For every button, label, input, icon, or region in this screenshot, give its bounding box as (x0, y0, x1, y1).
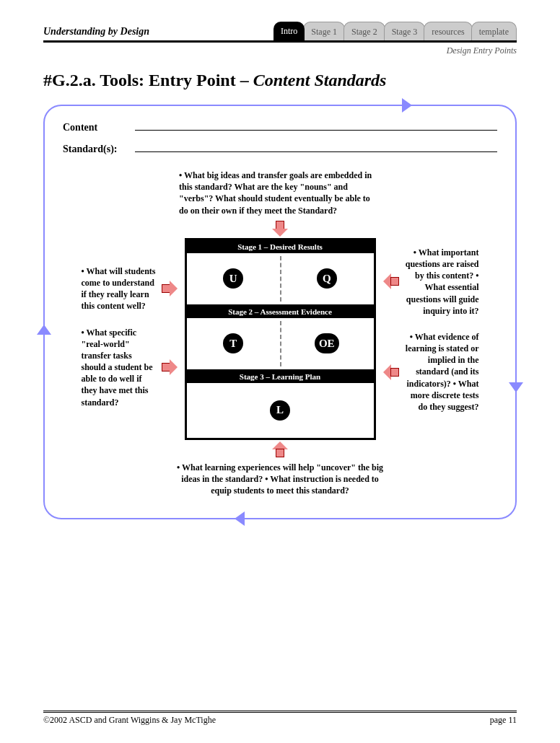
circle-q: Q (317, 268, 337, 289)
circle-u: U (223, 268, 243, 289)
page-number: page 11 (490, 715, 517, 726)
question-q: • What important questions are raised by… (402, 247, 479, 317)
arrow-right-icon (162, 281, 179, 296)
tab-template[interactable]: template (471, 22, 517, 40)
stage1-header: Stage 1 – Desired Results (187, 240, 374, 253)
content-input[interactable] (135, 120, 497, 131)
copyright: ©2002 ASCD and Grant Wiggins & Jay McTig… (43, 715, 216, 726)
content-field: Content (63, 120, 497, 133)
stage2-header: Stage 2 – Assessment Evidence (187, 305, 374, 318)
tab-resources[interactable]: resources (424, 22, 472, 40)
question-u: • What will students come to understand … (82, 265, 159, 312)
circle-t: T (223, 333, 243, 353)
tab-stage1[interactable]: Stage 1 (303, 22, 345, 40)
flow-arrow-icon (37, 325, 51, 335)
circle-oe: OE (315, 333, 339, 353)
arrow-left-icon (382, 273, 399, 289)
tab-stage2[interactable]: Stage 2 (344, 22, 385, 40)
arrow-down-icon (271, 221, 289, 237)
arrow-left-icon (382, 364, 399, 380)
flow-arrow-icon (509, 382, 523, 392)
nav-tabs: Intro Stage 1 Stage 2 Stage 3 resources … (275, 22, 517, 40)
ubd-diagram: Stage 1 – Desired Results U Q Stage 2 – … (185, 238, 376, 440)
footer: ©2002 ASCD and Grant Wiggins & Jay McTig… (43, 711, 517, 726)
standards-input[interactable] (135, 142, 497, 152)
arrow-right-icon (162, 359, 179, 375)
question-top: • What big ideas and transfer goals are … (179, 170, 381, 216)
breadcrumb: Design Entry Points (43, 43, 517, 63)
question-bottom: • What learning experiences will help "u… (172, 462, 388, 497)
question-t: • What specific "real-world" transfer ta… (82, 327, 159, 408)
question-oe: • What evidence of learning is stated or… (402, 331, 479, 413)
header: Understanding by Design Intro Stage 1 St… (43, 22, 517, 43)
page-title: #G.2.a. Tools: Entry Point – Content Sta… (43, 71, 517, 90)
stage3-header: Stage 3 – Learning Plan (187, 370, 374, 383)
flow-arrow-icon (402, 98, 412, 113)
main-frame: Content Standard(s): • What big ideas an… (43, 105, 517, 519)
tab-intro[interactable]: Intro (274, 22, 305, 40)
circle-l: L (270, 400, 290, 421)
tab-stage3[interactable]: Stage 3 (384, 22, 426, 40)
standards-field: Standard(s): (63, 142, 497, 155)
book-title: Understanding by Design (43, 26, 275, 40)
flow-arrow-icon (235, 511, 245, 526)
arrow-up-icon (271, 441, 289, 457)
